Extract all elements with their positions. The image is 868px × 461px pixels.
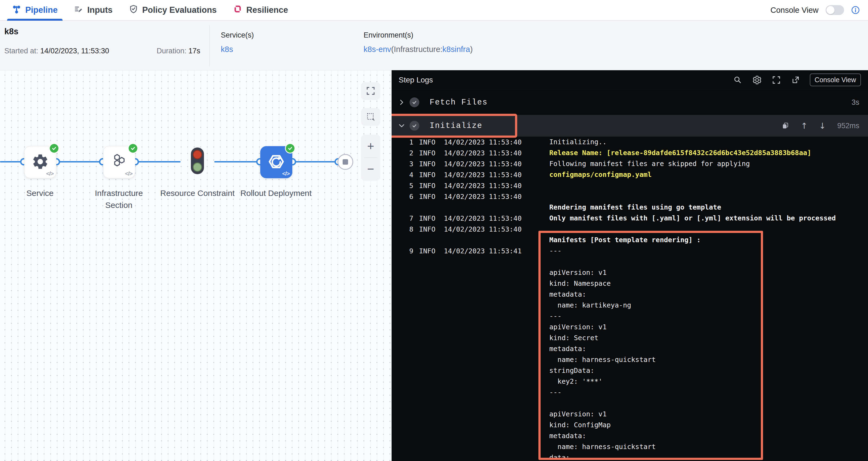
node-label-service: Service bbox=[2, 187, 78, 199]
started-at: Started at: 14/02/2023, 11:53:30 bbox=[4, 47, 109, 55]
step-duration: 952ms bbox=[837, 122, 859, 130]
log-message: apiVersion: v1 bbox=[549, 267, 607, 278]
environment-link[interactable]: k8s-env bbox=[364, 45, 391, 54]
fit-to-screen-button[interactable] bbox=[361, 82, 380, 99]
log-line-gutter: 9INFO14/02/2023 11:53:41 bbox=[392, 246, 522, 256]
log-message: name: harness-quickstart bbox=[549, 441, 656, 452]
traffic-light-green bbox=[193, 163, 202, 172]
node-resource-constraint[interactable] bbox=[191, 147, 204, 174]
success-badge bbox=[128, 143, 138, 153]
log-message: name: kartikeya-ng bbox=[549, 300, 631, 311]
node-rollout-deployment[interactable]: </> bbox=[260, 146, 292, 178]
log-settings-gear-icon[interactable] bbox=[752, 75, 762, 85]
log-message: apiVersion: v1 bbox=[549, 409, 607, 420]
log-level: INFO bbox=[419, 171, 435, 179]
environment-infra-suffix: ) bbox=[470, 45, 473, 54]
pipeline-name: k8s bbox=[4, 27, 19, 36]
pipeline-canvas[interactable]: </> </> </> bbox=[0, 70, 392, 461]
code-icon: </> bbox=[46, 170, 54, 177]
service-link[interactable]: k8s bbox=[221, 45, 233, 54]
log-line-gutter: 2INFO14/02/2023 11:53:40 bbox=[392, 147, 522, 159]
log-message: kind: ConfigMap bbox=[549, 420, 611, 431]
gear-icon bbox=[31, 153, 49, 172]
node-service[interactable]: </> bbox=[24, 146, 56, 178]
step-logs-header: Step Logs Console View bbox=[392, 70, 868, 90]
log-message: Following manifest files are skipped for… bbox=[549, 159, 750, 169]
tab-policy-evaluations[interactable]: Policy Evaluations bbox=[121, 0, 225, 20]
chevron-down-icon[interactable] bbox=[398, 122, 405, 129]
tab-resilience[interactable]: Resilience bbox=[225, 0, 296, 20]
log-message: metadata: bbox=[549, 343, 586, 354]
log-level: INFO bbox=[419, 193, 435, 201]
log-timestamp: 14/02/2023 11:53:40 bbox=[444, 160, 522, 168]
edge-line bbox=[135, 161, 181, 163]
hexagons-icon bbox=[110, 153, 128, 172]
log-message: name: harness-quickstart bbox=[549, 354, 656, 365]
console-view-button[interactable]: Console View bbox=[810, 74, 861, 86]
environment-infra-prefix: (Infrastructure: bbox=[391, 45, 443, 54]
zoom-out-button[interactable]: − bbox=[361, 158, 380, 181]
info-icon[interactable] bbox=[851, 6, 860, 15]
log-timestamp: 14/02/2023 11:53:40 bbox=[444, 138, 522, 146]
node-end[interactable] bbox=[338, 154, 353, 170]
scroll-up-icon[interactable]: ↑ bbox=[801, 121, 808, 131]
fullscreen-icon[interactable] bbox=[772, 76, 781, 85]
marquee-select-button[interactable] bbox=[361, 108, 380, 125]
node-label-resource-constraint: Resource Constraint bbox=[159, 187, 236, 199]
console-view-toggle[interactable] bbox=[826, 5, 844, 15]
log-level: INFO bbox=[419, 182, 435, 190]
log-message: --- bbox=[549, 246, 561, 256]
log-line-gutter: 5INFO14/02/2023 11:53:40 bbox=[392, 180, 522, 191]
step-row-initialize[interactable]: Initialize ↑ ↓ 952ms bbox=[392, 115, 868, 137]
step-name: Fetch Files bbox=[430, 98, 488, 107]
environment-infra-link[interactable]: k8sinfra bbox=[442, 45, 470, 54]
step-success-icon bbox=[409, 121, 419, 131]
log-message: data: bbox=[549, 452, 570, 461]
node-label-rollout: Rollout Deployment bbox=[238, 187, 314, 199]
edge-line bbox=[56, 161, 103, 163]
services-label: Service(s) bbox=[221, 31, 254, 39]
open-external-icon[interactable] bbox=[791, 76, 800, 85]
environments-column: Environment(s) k8s-env(Infrastructure:k8… bbox=[364, 31, 473, 54]
log-timestamp: 14/02/2023 11:53:40 bbox=[444, 193, 522, 201]
log-line-number: 6 bbox=[398, 193, 413, 201]
copy-icon[interactable] bbox=[781, 122, 789, 130]
step-logs-panel: Step Logs Console View Fetch Files 3s bbox=[392, 70, 868, 461]
resilience-icon bbox=[233, 4, 242, 16]
log-level: INFO bbox=[419, 247, 435, 255]
log-line-gutter: 1INFO14/02/2023 11:53:40 bbox=[392, 137, 522, 147]
log-message: Release Name: [release-89dafde615f8432c2… bbox=[549, 147, 811, 159]
search-icon[interactable] bbox=[733, 76, 742, 85]
step-name: Initialize bbox=[430, 121, 483, 131]
log-message: apiVersion: v1 bbox=[549, 322, 607, 333]
log-timestamp: 14/02/2023 11:53:40 bbox=[444, 225, 522, 233]
scroll-down-icon[interactable]: ↓ bbox=[819, 121, 826, 131]
duration: Duration: 17s bbox=[157, 47, 200, 55]
log-level: INFO bbox=[419, 138, 435, 146]
log-message: configmaps/configmap.yaml bbox=[549, 169, 652, 180]
log-line-number: 5 bbox=[398, 182, 413, 190]
node-label-infrastructure: Infrastructure Section bbox=[81, 187, 157, 211]
step-duration: 3s bbox=[851, 98, 859, 107]
inputs-icon bbox=[74, 4, 83, 16]
log-timestamp: 14/02/2023 11:53:40 bbox=[444, 149, 522, 157]
tab-label: Policy Evaluations bbox=[142, 5, 217, 15]
log-line-gutter: 6INFO14/02/2023 11:53:40 bbox=[392, 191, 522, 202]
log-body: 1INFO14/02/2023 11:53:402INFO14/02/2023 … bbox=[392, 137, 868, 461]
chevron-right-icon[interactable] bbox=[398, 99, 405, 106]
log-line-number: 8 bbox=[398, 225, 413, 233]
log-level: INFO bbox=[419, 225, 435, 233]
log-message: --- bbox=[549, 387, 561, 398]
log-message: --- bbox=[549, 311, 561, 322]
tab-group: Pipeline Inputs Policy Evaluations Resil… bbox=[0, 0, 296, 20]
log-message: Only manifest files with [.yaml] or [.ym… bbox=[549, 213, 836, 224]
success-badge bbox=[285, 143, 295, 153]
log-timestamp: 14/02/2023 11:53:40 bbox=[444, 214, 522, 222]
tab-inputs[interactable]: Inputs bbox=[66, 0, 121, 20]
log-line-gutter: 4INFO14/02/2023 11:53:40 bbox=[392, 169, 522, 180]
tab-pipeline[interactable]: Pipeline bbox=[4, 0, 66, 20]
zoom-in-button[interactable]: + bbox=[361, 135, 380, 157]
step-row-fetch-files[interactable]: Fetch Files 3s bbox=[392, 91, 868, 113]
code-icon: </> bbox=[125, 170, 132, 177]
node-infrastructure-section[interactable]: </> bbox=[103, 146, 135, 178]
